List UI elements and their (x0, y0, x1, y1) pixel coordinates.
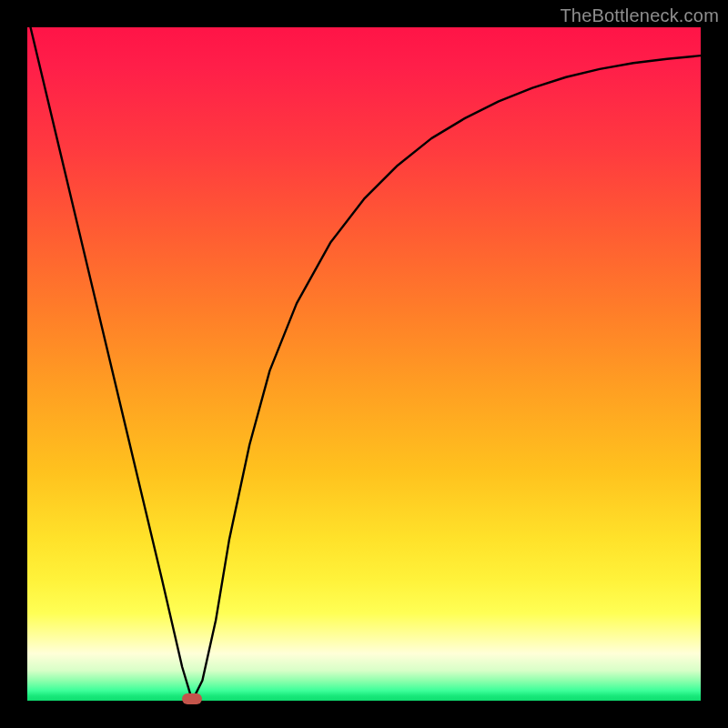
chart-frame: TheBottleneck.com (0, 0, 728, 728)
attribution-label: TheBottleneck.com (560, 5, 719, 26)
bottleneck-curve (27, 27, 701, 701)
minimum-marker (182, 693, 202, 704)
plot-area (27, 27, 701, 701)
